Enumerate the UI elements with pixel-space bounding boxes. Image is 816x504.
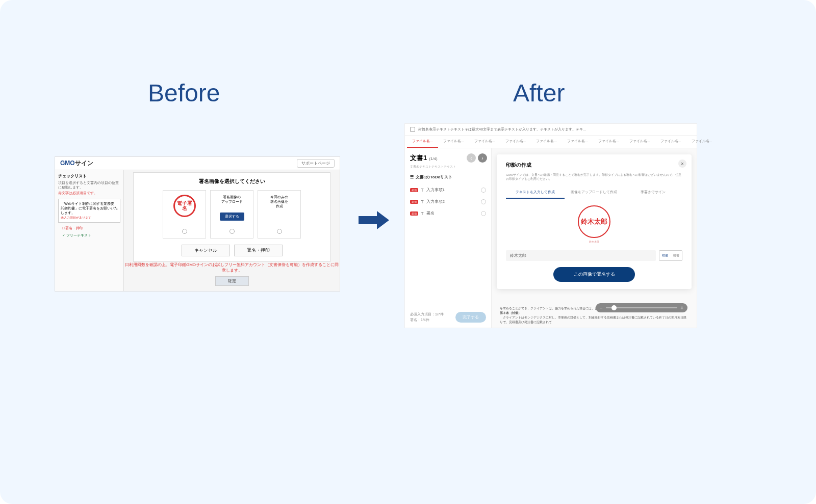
hanko-icon: 電子署名 [173, 195, 196, 217]
radio-icon[interactable] [182, 229, 187, 234]
sig-option-create[interactable]: 今回のみの 署名画像を 作成 [258, 190, 301, 238]
hanko-preview: 鈴木太郎 [578, 205, 610, 238]
text-icon: T [421, 188, 424, 193]
file-tab-7[interactable]: ファイル名... [593, 136, 624, 148]
required-badge: 必須 [410, 200, 418, 204]
required-badge: 必須 [410, 188, 418, 192]
todo-item-3[interactable]: 必須 T 署名 [410, 207, 486, 219]
style-kaisho[interactable]: 楷書 [659, 251, 671, 260]
file-tab-9[interactable]: ファイル名... [655, 136, 686, 148]
file-tab-3[interactable]: ファイル名... [469, 136, 500, 148]
sig-option-upload[interactable]: 署名画像の アップロード 選択する [210, 190, 253, 238]
file-tab-5[interactable]: ファイル名... [531, 136, 562, 148]
doc-count: (1/4) [429, 156, 437, 161]
required-badge: 必須 [410, 211, 418, 216]
sign-with-image-button[interactable]: この画像で署名する [553, 267, 635, 282]
name-input[interactable]: 鈴木太郎 [506, 250, 656, 261]
radio-icon[interactable] [230, 229, 235, 234]
seal-tab-upload[interactable]: 画像をアップロードして作成 [565, 187, 623, 199]
doc-subtitle: 文書名テキストテキストテキスト [410, 165, 486, 169]
modal-title: 署名画像を選択してください [139, 178, 325, 185]
after-screenshot: 封筒名表示テキストテキストそは最大48文字まで表示テキストが入ります。テキストが… [404, 123, 697, 328]
next-button[interactable]: › [478, 153, 487, 163]
zoom-track[interactable] [606, 307, 677, 308]
file-tab-2[interactable]: ファイル名... [438, 136, 469, 148]
before-main-area: 署名画像を選択してください 電子署名 署名画像の アップロード 選択する [124, 170, 340, 291]
seal-modal-title: 印影の作成 [506, 162, 682, 169]
file-tab-10[interactable]: ファイル名... [686, 136, 718, 148]
todo-item-2[interactable]: 必須 T 入力事項2 [410, 196, 486, 207]
status-icon [481, 188, 486, 193]
file-tab-1[interactable]: ファイル名... [407, 136, 438, 148]
after-top-bar: 封筒名表示テキストテキストそは最大48文字まで表示テキストが入ります。テキストが… [405, 124, 697, 136]
zoom-out-icon[interactable]: − [600, 305, 603, 311]
select-button[interactable]: 選択する [220, 213, 244, 221]
list-icon: ☰ [410, 175, 414, 179]
zoom-in-icon[interactable]: + [680, 305, 683, 311]
seal-creation-modal: × 印影の作成 GMOサインでは、文書への確認・同意することで署名が完了します。… [497, 154, 692, 289]
file-tab-8[interactable]: ファイル名... [624, 136, 655, 148]
checklist-title: チェックリスト [58, 173, 120, 179]
cancel-button[interactable]: キャンセル [182, 245, 230, 256]
before-footer: 日利用回数を確認の上、電子印鑑GMOサインのお試しフリー無料アカウント（文書保管… [124, 262, 340, 286]
todo-header: ☰ 文書1のToDoリスト [410, 174, 486, 180]
hanko-sub: 鈴木太郎 [589, 240, 599, 243]
checklist-box: 「Webサイト制作に関する業務委託契約書」に電子署名をお願いいたします。 未入力… [58, 199, 120, 223]
signature-select-modal: 署名画像を選択してください 電子署名 署名画像の アップロード 選択する [133, 172, 330, 262]
before-sidebar: チェックリスト 項目を選択すると文書内の項目の位置に移動します。 赤文字は必須項… [55, 170, 124, 291]
before-screenshot: GMOサイン サポートページ チェックリスト 項目を選択すると文書内の項目の位置… [55, 156, 340, 291]
radio-icon[interactable] [277, 229, 282, 234]
prev-button[interactable]: ‹ [467, 153, 476, 163]
file-tab-6[interactable]: ファイル名... [562, 136, 593, 148]
status-icon [481, 199, 486, 204]
checklist-item-text[interactable]: ✓ フリーテキスト [58, 233, 120, 238]
checklist-desc: 項目を選択すると文書内の項目の位置に移動します。 [58, 180, 120, 190]
arrow-icon [359, 211, 389, 229]
progress-stats: 必須入力項目：1/7件 署名：1/4件 [410, 312, 444, 323]
confirm-button[interactable]: 確定 [215, 276, 249, 286]
zoom-slider[interactable]: − + [596, 303, 687, 312]
sig-option-hanko[interactable]: 電子署名 [163, 190, 206, 238]
file-tabs: ファイル名... ファイル名... ファイル名... ファイル名... ファイル… [405, 136, 697, 148]
after-sidebar: ‹ › 文書1 (1/4) 文書名テキストテキストテキスト ☰ 文書1のToDo… [405, 148, 492, 328]
close-button[interactable]: × [678, 160, 686, 168]
seal-modal-desc: GMOサインでは、文書への確認・同意することで署名が完了します。印影タイプによる… [506, 173, 682, 181]
status-icon [481, 211, 486, 216]
seal-tab-handwrite[interactable]: 手書きでサイン [624, 187, 682, 199]
seal-tab-text[interactable]: テキストを入力して作成 [506, 187, 565, 199]
zoom-thumb[interactable] [611, 305, 617, 310]
checklist-item-sign[interactable]: □ 署名・押印 [58, 226, 120, 231]
text-icon: T [421, 199, 424, 204]
sign-button[interactable]: 署名・押印 [234, 245, 283, 256]
gmo-logo: GMOサイン [60, 159, 93, 168]
document-icon [410, 127, 415, 132]
doc-title: 文書1 [410, 153, 427, 163]
text-icon: T [421, 211, 424, 216]
checklist-note: 赤文字は必須項目です。 [58, 191, 120, 196]
after-heading: After [513, 79, 565, 107]
before-heading: Before [148, 79, 220, 107]
font-style-toggle[interactable]: 楷書 縦書 [659, 250, 682, 261]
file-tab-4[interactable]: ファイル名... [500, 136, 531, 148]
before-header: GMOサイン サポートページ [55, 157, 340, 170]
complete-button[interactable]: 完了する [455, 312, 486, 323]
style-tategaki[interactable]: 縦書 [671, 251, 682, 260]
after-main-area: を求めることができ、クライアントは、協力を求められた場合には、合理的な範囲におい… [492, 148, 697, 328]
todo-item-1[interactable]: 必須 T 入力事項1 [410, 184, 486, 196]
support-button[interactable]: サポートページ [297, 159, 335, 168]
